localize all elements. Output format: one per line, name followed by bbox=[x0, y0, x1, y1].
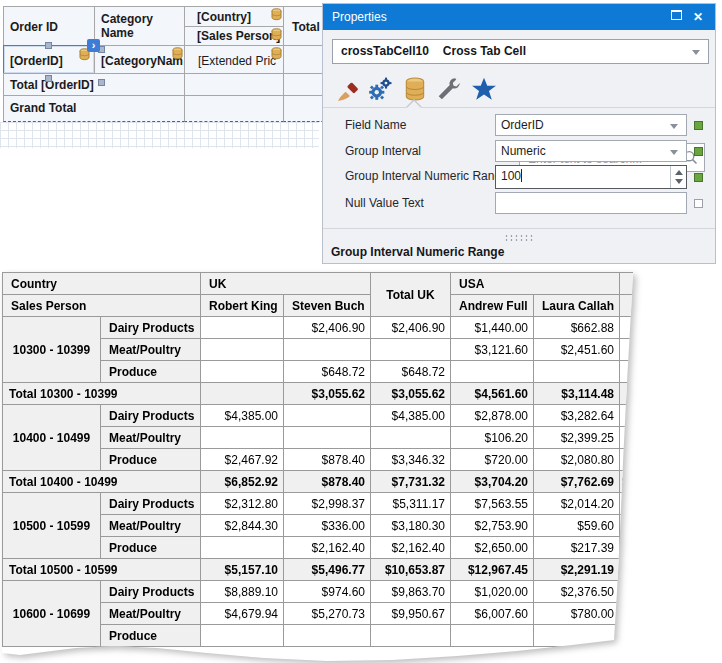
crosstab-cell-total-orderid[interactable]: Total [OrderID] bbox=[3, 73, 185, 96]
value-cell: $2,451.60 bbox=[534, 339, 620, 361]
total-value-cell: $5,157.10 bbox=[201, 559, 284, 581]
smart-tag-button[interactable]: › bbox=[87, 39, 100, 52]
preview-torn-page: CountryUKTotal UKUSASales PersonRobert K… bbox=[2, 272, 644, 663]
selected-control-name: crossTabCell10 bbox=[341, 44, 429, 58]
total-row-label: Total 10500 - 10599 bbox=[3, 559, 201, 581]
property-label: Group Interval Numeric Range bbox=[345, 169, 508, 183]
preview-data-row: 10500 - 10599Dairy Products$2,312.80$2,9… bbox=[3, 493, 636, 515]
cell-text: Total bbox=[292, 20, 320, 34]
total-value-cell: $10,653.87 bbox=[371, 559, 451, 581]
value-cell: $2,162.40 bbox=[284, 537, 371, 559]
crosstab-cell-category-field[interactable]: [CategoryNam bbox=[94, 45, 185, 74]
total-value-cell: $5,496.77 bbox=[284, 559, 371, 581]
category-cell: Meat/Poultry bbox=[101, 427, 201, 449]
category-cell: Produce bbox=[101, 625, 201, 647]
value-cell: $2,080.80 bbox=[534, 449, 620, 471]
value-cell: $648.72 bbox=[371, 361, 451, 383]
text-cursor bbox=[521, 169, 522, 182]
category-cell: Produce bbox=[101, 537, 201, 559]
value-cell: $720.00 bbox=[451, 449, 534, 471]
selection-handle[interactable] bbox=[98, 79, 105, 86]
total-value-cell: $12,967.45 bbox=[451, 559, 534, 581]
value-cell bbox=[371, 625, 451, 647]
value-cell bbox=[284, 625, 371, 647]
preview-data-row: 10300 - 10399Dairy Products$2,406.90$2,4… bbox=[3, 317, 636, 339]
crosstab-cell-orderid-field-selected[interactable]: [OrderID] bbox=[3, 45, 95, 74]
group-interval-dropdown[interactable]: Numeric bbox=[495, 140, 687, 162]
selected-control-combo[interactable]: crossTabCell10Cross Tab Cell bbox=[332, 39, 709, 64]
total-value-cell: $6,852.92 bbox=[201, 471, 284, 493]
crosstab-cell-extended-price-field[interactable]: [Extended Pric bbox=[184, 45, 284, 74]
total-row-label: Total 10300 - 10399 bbox=[3, 383, 201, 405]
value-cell: $3,346.32 bbox=[371, 449, 451, 471]
splitter-grip[interactable] bbox=[504, 234, 534, 241]
close-panel-button[interactable]: ✕ bbox=[689, 4, 707, 30]
category-cell: Meat/Poultry bbox=[101, 339, 201, 361]
value-cell bbox=[371, 339, 451, 361]
category-cell: Dairy Products bbox=[101, 581, 201, 603]
selected-control-type: Cross Tab Cell bbox=[443, 44, 526, 58]
spin-value: 100 bbox=[501, 169, 521, 183]
toolbar-separator bbox=[323, 107, 715, 108]
row-group-label: 10400 - 10499 bbox=[3, 405, 101, 471]
selection-handle[interactable] bbox=[45, 42, 52, 49]
value-cell bbox=[620, 449, 636, 471]
crosstab-cell-order-id[interactable]: Order ID bbox=[3, 6, 95, 46]
value-cell: $2,878.00 bbox=[451, 405, 534, 427]
value-cell: $4,679.94 bbox=[201, 603, 284, 625]
total-value-cell: $3,114.48 bbox=[534, 383, 620, 405]
value-cell bbox=[371, 427, 451, 449]
header-sales-person-label: Sales Person bbox=[3, 295, 201, 317]
preview-total-row: Total 10300 - 10399$3,055.62$3,055.62$4,… bbox=[3, 383, 636, 405]
numeric-range-spin-editor[interactable]: 100 bbox=[495, 165, 687, 189]
cell-text: [Extended Pric bbox=[198, 54, 276, 68]
property-label: Null Value Text bbox=[345, 196, 424, 210]
value-cell: $2,162.40 bbox=[371, 537, 451, 559]
value-cell: $336.00 bbox=[284, 515, 371, 537]
value-cell: $4,385.00 bbox=[201, 405, 284, 427]
header-robert-king: Robert King bbox=[201, 295, 284, 317]
value-cell bbox=[620, 427, 636, 449]
brush-appearance-icon[interactable] bbox=[337, 76, 363, 102]
preview-header-row: CountryUKTotal UKUSA bbox=[3, 273, 636, 295]
cell-text: Order ID bbox=[10, 20, 58, 34]
cell-text: [OrderID] bbox=[10, 54, 63, 68]
total-value-cell bbox=[620, 383, 636, 405]
total-value-cell: $ bbox=[620, 559, 636, 581]
wrench-tools-icon[interactable] bbox=[436, 76, 462, 102]
crosstab-cell-grand-total[interactable]: Grand Total bbox=[3, 95, 185, 122]
database-field-icon bbox=[172, 47, 183, 60]
value-cell: $2,998.37 bbox=[284, 493, 371, 515]
properties-titlebar[interactable]: Properties ✕ bbox=[323, 4, 715, 30]
header-andrew-fuller: Andrew Full bbox=[451, 295, 534, 317]
selection-handle[interactable] bbox=[45, 75, 52, 82]
total-row-label: Total 10400 - 10499 bbox=[3, 471, 201, 493]
crosstab-cell-empty[interactable] bbox=[184, 73, 284, 96]
value-cell bbox=[201, 625, 284, 647]
description-section-header: Group Interval Numeric Range bbox=[331, 245, 504, 259]
spin-down-icon[interactable] bbox=[675, 179, 683, 184]
database-field-icon bbox=[271, 8, 282, 21]
crosstab-cell-country[interactable]: [Country] bbox=[184, 6, 284, 27]
value-cell: $4,385.00 bbox=[371, 405, 451, 427]
crosstab-cell-sales-person[interactable]: [Sales Person] bbox=[184, 26, 284, 46]
value-cell: $2,399.25 bbox=[534, 427, 620, 449]
property-row-numeric-range: Group Interval Numeric Range 100 bbox=[323, 165, 715, 189]
row-group-label: 10500 - 10599 bbox=[3, 493, 101, 559]
float-panel-button[interactable] bbox=[667, 4, 685, 30]
field-name-dropdown[interactable]: OrderID bbox=[495, 114, 687, 136]
crosstab-cell-empty[interactable] bbox=[184, 95, 284, 122]
null-value-text-input[interactable] bbox=[495, 192, 687, 214]
report-preview: CountryUKTotal UKUSASales PersonRobert K… bbox=[2, 272, 644, 663]
description-divider bbox=[323, 228, 715, 229]
spin-up-icon[interactable] bbox=[675, 170, 683, 175]
header-clipped-column bbox=[620, 295, 636, 317]
value-cell: $648.72 bbox=[284, 361, 371, 383]
star-favorites-icon[interactable] bbox=[471, 76, 497, 102]
gears-behavior-icon[interactable] bbox=[367, 76, 393, 102]
crosstab-cell-category-name[interactable]: Category Name bbox=[94, 6, 185, 46]
value-cell: $2,753.90 bbox=[451, 515, 534, 537]
value-cell: $9,863.70 bbox=[371, 581, 451, 603]
value-cell: $2,406.90 bbox=[284, 317, 371, 339]
value-cell: $2,650.00 bbox=[451, 537, 534, 559]
